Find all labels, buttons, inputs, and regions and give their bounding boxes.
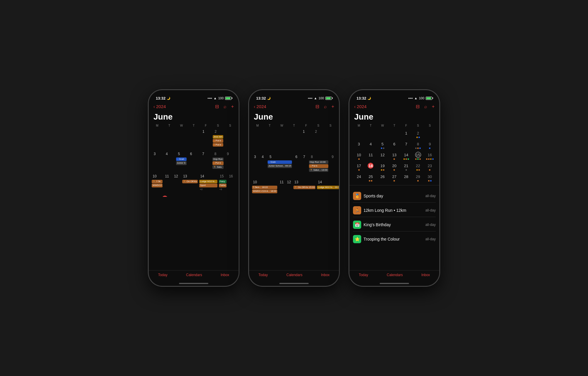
p3-d24[interactable]: 24: [353, 172, 365, 183]
layout-button-2[interactable]: ⊟: [315, 104, 319, 109]
p3-d29[interactable]: 29: [412, 172, 424, 183]
day-6[interactable]: 6: [187, 151, 199, 172]
p3-d7[interactable]: 7: [400, 140, 412, 150]
tab-calendars-3[interactable]: Calendars: [387, 273, 403, 277]
p3-d9[interactable]: 9: [424, 140, 436, 150]
nav-year-1[interactable]: ‹ 2024: [153, 104, 166, 109]
year-label[interactable]: 2024: [156, 104, 166, 109]
day-10[interactable]: 10 🏃 7.5k WWDC2: [151, 173, 163, 195]
day-2-cell[interactable]: 2 Jess birt Put b Put b: [212, 128, 224, 150]
p3-d13[interactable]: 13: [388, 151, 400, 161]
p3-d14[interactable]: 14: [400, 151, 412, 161]
p2-wwdc[interactable]: WWDC-C24 A... 18:00: [252, 189, 277, 193]
tab-calendars-2[interactable]: Calendars: [286, 273, 303, 277]
day-12[interactable]: 12: [173, 173, 181, 195]
p2-day-5[interactable]: 5 Grah Junior School... 09:15: [267, 154, 293, 178]
day-15[interactable]: 15 Fairy Fathe +3: [218, 173, 227, 195]
p2-event-satur[interactable]: 🏃 Satur... 13:03: [309, 168, 328, 172]
day-4[interactable]: 4: [163, 151, 175, 172]
p3-d3[interactable]: 3: [353, 140, 365, 150]
p2-event-put[interactable]: Put b: [309, 164, 328, 168]
p3-d10[interactable]: 10: [353, 151, 365, 161]
p2-day-12[interactable]: 12: [285, 179, 293, 197]
p3-d21[interactable]: 21: [400, 162, 412, 172]
tab-inbox-3[interactable]: Inbox: [421, 273, 430, 277]
p2-day-1[interactable]: 1: [300, 128, 312, 152]
p2-onoff[interactable]: 🏃 On Off Ks 15:33: [293, 186, 315, 189]
event-list-item-kings[interactable]: 📅 King's Birthday all-day: [353, 218, 436, 231]
p3-d26[interactable]: 26: [377, 172, 388, 183]
tab-inbox-1[interactable]: Inbox: [221, 273, 229, 277]
p2-day-9[interactable]: 9: [329, 154, 337, 178]
p3-d27[interactable]: 27: [388, 172, 400, 183]
p3-d28[interactable]: 28: [400, 172, 412, 183]
p2-day-3[interactable]: 3: [251, 154, 259, 178]
p2-day-7[interactable]: 7: [300, 154, 308, 178]
p3-d30[interactable]: 30: [424, 172, 436, 183]
day-13[interactable]: 13 🏃 On Off Ks: [182, 173, 198, 195]
add-button-3[interactable]: +: [432, 104, 435, 109]
p3-d19[interactable]: 19: [377, 162, 388, 172]
p3-d20[interactable]: 20: [388, 162, 400, 172]
tab-today-1[interactable]: Today: [158, 273, 168, 277]
p3-d25[interactable]: 25: [365, 172, 376, 183]
p2-event-grah[interactable]: Grah: [268, 160, 292, 164]
year-label-2[interactable]: 2024: [256, 104, 266, 109]
layout-button-3[interactable]: ⊟: [416, 104, 420, 109]
event-fairy[interactable]: Fairy: [219, 180, 227, 183]
p2-event-junior[interactable]: Junior School... 09:15: [268, 164, 292, 168]
back-chevron[interactable]: ‹: [153, 104, 155, 109]
event-7km[interactable]: 🏃 7.5k: [152, 180, 163, 183]
event-list-item-sports[interactable]: 🏅 Sports day all-day: [353, 189, 436, 203]
day-8[interactable]: 8 Hop Run Put b 🏃 Satu: [212, 151, 224, 172]
event-put2[interactable]: Put b: [213, 143, 224, 147]
day-11[interactable]: 11: [163, 173, 172, 195]
day-14[interactable]: 14 Lodge M10 fo... Sport +2: [199, 173, 218, 195]
p2-day-11[interactable]: 11: [278, 179, 285, 197]
year-label-3[interactable]: 2024: [357, 104, 366, 109]
tab-calendars-1[interactable]: Calendars: [186, 273, 202, 277]
p3-d18[interactable]: 18: [365, 162, 376, 172]
p3-d1[interactable]: 1: [400, 129, 412, 139]
event-jess[interactable]: Jess birt: [213, 135, 224, 139]
add-button[interactable]: +: [231, 104, 234, 109]
event-fathe1[interactable]: Fathe: [219, 184, 227, 187]
p2-day-10[interactable]: 10 7.5km... 16:22 WWDC-C24 A... 18:00: [251, 179, 278, 197]
nav-year-3[interactable]: ‹ 2024: [354, 104, 366, 109]
tab-today-2[interactable]: Today: [258, 273, 268, 277]
p2-event-hoprun[interactable]: Hop Run 13:00: [309, 160, 328, 164]
search-button-2[interactable]: ⌕: [324, 104, 327, 109]
day-1[interactable]: 1: [200, 128, 212, 150]
p3-d17[interactable]: 17: [353, 162, 365, 172]
p3-d22[interactable]: 22: [412, 162, 424, 172]
event-sport[interactable]: Sport: [199, 184, 217, 187]
p2-day-6[interactable]: 6: [293, 154, 300, 178]
p3-d16[interactable]: 16: [424, 151, 436, 161]
day-9[interactable]: 9: [224, 151, 236, 172]
event-juniors[interactable]: Junior S: [176, 161, 187, 165]
event-wwdc[interactable]: WWDC2: [152, 184, 163, 187]
event-put3[interactable]: Put b: [212, 161, 224, 165]
p3-d11[interactable]: 11: [365, 151, 376, 161]
add-button-2[interactable]: +: [332, 104, 334, 109]
p2-7km[interactable]: 7.5km... 16:22: [252, 186, 277, 189]
event-list-item-run[interactable]: 🏃 12km Long Run • 12km all-day: [353, 204, 436, 217]
p3-d6[interactable]: 6: [388, 140, 400, 150]
event-grah[interactable]: Grah: [176, 157, 187, 161]
p3-d23[interactable]: 23: [424, 162, 436, 172]
day-7[interactable]: 7: [200, 151, 212, 172]
tab-inbox-2[interactable]: Inbox: [321, 273, 330, 277]
event-lodge[interactable]: Lodge M10 fo...: [199, 180, 217, 183]
p3-d12[interactable]: 12: [377, 151, 388, 161]
back-chevron-2[interactable]: ‹: [254, 104, 255, 109]
tab-today-3[interactable]: Today: [359, 273, 368, 277]
nav-year-2[interactable]: ‹ 2024: [254, 104, 266, 109]
search-button[interactable]: ⌕: [224, 104, 227, 109]
search-button-3[interactable]: ⌕: [424, 104, 427, 109]
p3-d4[interactable]: 4: [365, 140, 376, 150]
p3-d2[interactable]: 2: [412, 129, 424, 139]
p2-day-8[interactable]: 8 Hop Run 13:00 Put b 🏃 Satur... 13:03: [308, 154, 329, 178]
p2-lodge[interactable]: Lodge M10 fo... 09:00: [317, 186, 339, 189]
p3-d5[interactable]: 5: [377, 140, 388, 150]
day-16[interactable]: 16: [227, 173, 236, 195]
